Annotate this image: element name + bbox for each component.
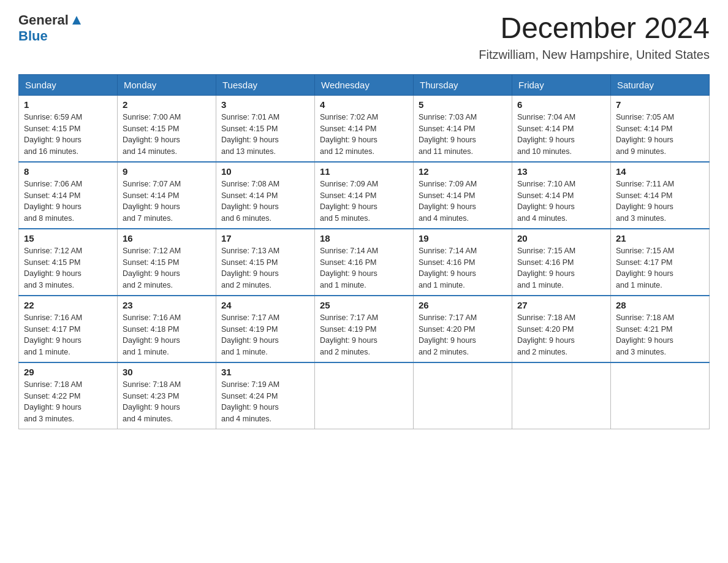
- day-info: Sunrise: 7:00 AMSunset: 4:15 PMDaylight:…: [123, 112, 211, 158]
- day-number: 13: [517, 166, 605, 177]
- calendar-cell: 16Sunrise: 7:12 AMSunset: 4:15 PMDayligh…: [118, 229, 216, 296]
- day-number: 3: [221, 99, 309, 110]
- calendar-cell: 31Sunrise: 7:19 AMSunset: 4:24 PMDayligh…: [216, 362, 315, 429]
- calendar-cell: 11Sunrise: 7:09 AMSunset: 4:14 PMDayligh…: [315, 162, 414, 229]
- day-info: Sunrise: 7:06 AMSunset: 4:14 PMDaylight:…: [24, 178, 112, 224]
- day-info: Sunrise: 7:14 AMSunset: 4:16 PMDaylight:…: [419, 245, 507, 291]
- day-info: Sunrise: 7:19 AMSunset: 4:24 PMDaylight:…: [221, 379, 309, 425]
- calendar-cell: 3Sunrise: 7:01 AMSunset: 4:15 PMDaylight…: [216, 95, 315, 162]
- calendar-cell: [512, 362, 611, 429]
- day-number: 9: [123, 166, 211, 177]
- col-friday: Friday: [512, 74, 611, 95]
- calendar-cell: 5Sunrise: 7:03 AMSunset: 4:14 PMDaylight…: [414, 95, 512, 162]
- day-number: 8: [24, 166, 112, 177]
- svg-marker-0: [72, 16, 81, 25]
- day-info: Sunrise: 6:59 AMSunset: 4:15 PMDaylight:…: [24, 112, 112, 158]
- day-number: 11: [320, 166, 408, 177]
- day-number: 17: [221, 233, 309, 243]
- day-info: Sunrise: 7:17 AMSunset: 4:20 PMDaylight:…: [419, 312, 507, 358]
- calendar-cell: 29Sunrise: 7:18 AMSunset: 4:22 PMDayligh…: [19, 362, 118, 429]
- calendar-cell: 6Sunrise: 7:04 AMSunset: 4:14 PMDaylight…: [512, 95, 611, 162]
- day-number: 4: [320, 99, 408, 110]
- calendar-week-row: 29Sunrise: 7:18 AMSunset: 4:22 PMDayligh…: [19, 362, 710, 429]
- calendar-cell: 26Sunrise: 7:17 AMSunset: 4:20 PMDayligh…: [414, 296, 512, 362]
- day-info: Sunrise: 7:16 AMSunset: 4:18 PMDaylight:…: [123, 312, 211, 358]
- day-number: 30: [123, 367, 211, 377]
- calendar-cell: 24Sunrise: 7:17 AMSunset: 4:19 PMDayligh…: [216, 296, 315, 362]
- day-info: Sunrise: 7:02 AMSunset: 4:14 PMDaylight:…: [320, 112, 408, 158]
- month-title: December 2024: [479, 12, 710, 45]
- day-info: Sunrise: 7:12 AMSunset: 4:15 PMDaylight:…: [24, 245, 112, 291]
- calendar-cell: 12Sunrise: 7:09 AMSunset: 4:14 PMDayligh…: [414, 162, 512, 229]
- calendar-cell: 28Sunrise: 7:18 AMSunset: 4:21 PMDayligh…: [611, 296, 710, 362]
- day-info: Sunrise: 7:16 AMSunset: 4:17 PMDaylight:…: [24, 312, 112, 358]
- calendar-cell: 20Sunrise: 7:15 AMSunset: 4:16 PMDayligh…: [512, 229, 611, 296]
- col-tuesday: Tuesday: [216, 74, 315, 95]
- calendar-table: Sunday Monday Tuesday Wednesday Thursday…: [18, 74, 710, 429]
- day-number: 19: [419, 233, 507, 243]
- logo-triangle-icon: [70, 13, 83, 27]
- day-number: 22: [24, 300, 112, 310]
- calendar-cell: 27Sunrise: 7:18 AMSunset: 4:20 PMDayligh…: [512, 296, 611, 362]
- day-info: Sunrise: 7:17 AMSunset: 4:19 PMDaylight:…: [320, 312, 408, 358]
- day-number: 10: [221, 166, 309, 177]
- col-saturday: Saturday: [611, 74, 710, 95]
- day-info: Sunrise: 7:17 AMSunset: 4:19 PMDaylight:…: [221, 312, 309, 358]
- title-section: December 2024 Fitzwilliam, New Hampshire…: [479, 12, 710, 62]
- day-number: 23: [123, 300, 211, 310]
- day-info: Sunrise: 7:18 AMSunset: 4:20 PMDaylight:…: [517, 312, 605, 358]
- day-info: Sunrise: 7:04 AMSunset: 4:14 PMDaylight:…: [517, 112, 605, 158]
- calendar-cell: 30Sunrise: 7:18 AMSunset: 4:23 PMDayligh…: [118, 362, 216, 429]
- day-number: 14: [616, 166, 704, 177]
- col-monday: Monday: [118, 74, 216, 95]
- col-sunday: Sunday: [19, 74, 118, 95]
- calendar-cell: 14Sunrise: 7:11 AMSunset: 4:14 PMDayligh…: [611, 162, 710, 229]
- day-number: 2: [123, 99, 211, 110]
- day-number: 21: [616, 233, 704, 243]
- day-number: 15: [24, 233, 112, 243]
- calendar-cell: 8Sunrise: 7:06 AMSunset: 4:14 PMDaylight…: [19, 162, 118, 229]
- calendar-cell: 21Sunrise: 7:15 AMSunset: 4:17 PMDayligh…: [611, 229, 710, 296]
- calendar-week-row: 8Sunrise: 7:06 AMSunset: 4:14 PMDaylight…: [19, 162, 710, 229]
- day-info: Sunrise: 7:03 AMSunset: 4:14 PMDaylight:…: [419, 112, 507, 158]
- calendar-cell: 18Sunrise: 7:14 AMSunset: 4:16 PMDayligh…: [315, 229, 414, 296]
- calendar-cell: 10Sunrise: 7:08 AMSunset: 4:14 PMDayligh…: [216, 162, 315, 229]
- day-info: Sunrise: 7:18 AMSunset: 4:21 PMDaylight:…: [616, 312, 704, 358]
- page-header: General Blue December 2024 Fitzwilliam, …: [18, 12, 710, 62]
- day-info: Sunrise: 7:09 AMSunset: 4:14 PMDaylight:…: [320, 178, 408, 224]
- day-info: Sunrise: 7:15 AMSunset: 4:16 PMDaylight:…: [517, 245, 605, 291]
- day-info: Sunrise: 7:08 AMSunset: 4:14 PMDaylight:…: [221, 178, 309, 224]
- day-info: Sunrise: 7:11 AMSunset: 4:14 PMDaylight:…: [616, 178, 704, 224]
- calendar-cell: [611, 362, 710, 429]
- calendar-cell: 25Sunrise: 7:17 AMSunset: 4:19 PMDayligh…: [315, 296, 414, 362]
- day-number: 18: [320, 233, 408, 243]
- day-info: Sunrise: 7:13 AMSunset: 4:15 PMDaylight:…: [221, 245, 309, 291]
- calendar-cell: 22Sunrise: 7:16 AMSunset: 4:17 PMDayligh…: [19, 296, 118, 362]
- day-number: 16: [123, 233, 211, 243]
- calendar-cell: 15Sunrise: 7:12 AMSunset: 4:15 PMDayligh…: [19, 229, 118, 296]
- day-number: 6: [517, 99, 605, 110]
- day-number: 31: [221, 367, 309, 377]
- day-info: Sunrise: 7:10 AMSunset: 4:14 PMDaylight:…: [517, 178, 605, 224]
- calendar-cell: 2Sunrise: 7:00 AMSunset: 4:15 PMDaylight…: [118, 95, 216, 162]
- day-info: Sunrise: 7:12 AMSunset: 4:15 PMDaylight:…: [123, 245, 211, 291]
- col-wednesday: Wednesday: [315, 74, 414, 95]
- calendar-cell: 19Sunrise: 7:14 AMSunset: 4:16 PMDayligh…: [414, 229, 512, 296]
- day-number: 27: [517, 300, 605, 310]
- location-subtitle: Fitzwilliam, New Hampshire, United State…: [479, 48, 710, 62]
- logo-blue: Blue: [18, 28, 48, 44]
- day-info: Sunrise: 7:07 AMSunset: 4:14 PMDaylight:…: [123, 178, 211, 224]
- day-number: 7: [616, 99, 704, 110]
- calendar-week-row: 22Sunrise: 7:16 AMSunset: 4:17 PMDayligh…: [19, 296, 710, 362]
- day-info: Sunrise: 7:15 AMSunset: 4:17 PMDaylight:…: [616, 245, 704, 291]
- day-info: Sunrise: 7:01 AMSunset: 4:15 PMDaylight:…: [221, 112, 309, 158]
- day-info: Sunrise: 7:05 AMSunset: 4:14 PMDaylight:…: [616, 112, 704, 158]
- calendar-cell: [414, 362, 512, 429]
- day-number: 28: [616, 300, 704, 310]
- day-number: 20: [517, 233, 605, 243]
- logo-general: General: [18, 12, 69, 28]
- calendar-cell: 17Sunrise: 7:13 AMSunset: 4:15 PMDayligh…: [216, 229, 315, 296]
- day-info: Sunrise: 7:14 AMSunset: 4:16 PMDaylight:…: [320, 245, 408, 291]
- day-info: Sunrise: 7:18 AMSunset: 4:22 PMDaylight:…: [24, 379, 112, 425]
- calendar-week-row: 15Sunrise: 7:12 AMSunset: 4:15 PMDayligh…: [19, 229, 710, 296]
